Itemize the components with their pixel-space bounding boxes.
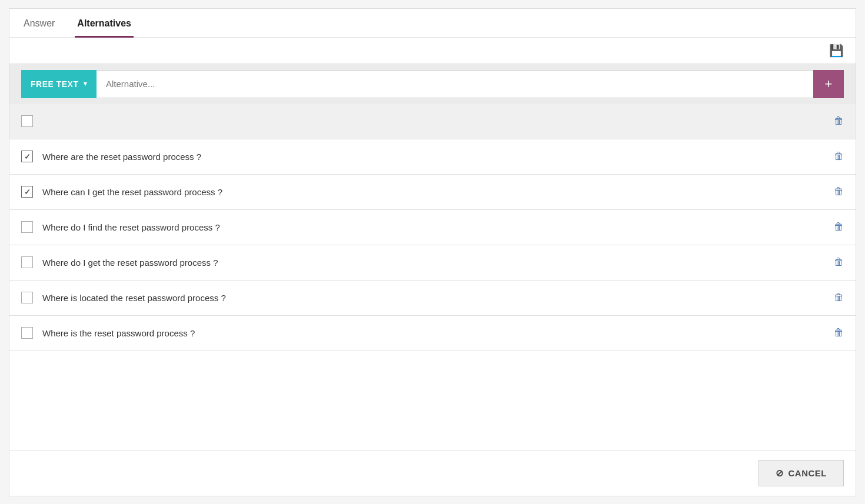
cancel-button[interactable]: ⊘ CANCEL (758, 460, 844, 486)
add-alternative-button[interactable]: + (813, 70, 844, 98)
alternatives-list: 🗑✓Where are the reset password process ?… (9, 104, 856, 450)
list-item: ✓Where can I get the reset password proc… (9, 175, 856, 210)
free-text-button[interactable]: FREE TEXT ▾ (21, 70, 97, 98)
footer: ⊘ CANCEL (9, 450, 856, 496)
tabs-bar: Answer Alternatives (9, 9, 856, 38)
tab-answer[interactable]: Answer (21, 9, 57, 38)
list-item: ✓Where are the reset password process ?🗑 (9, 139, 856, 175)
ban-icon: ⊘ (776, 468, 784, 479)
cancel-label: CANCEL (789, 468, 827, 478)
list-item: Where do I find the reset password proce… (9, 210, 856, 245)
item-text: Where is located the reset password proc… (42, 293, 824, 303)
item-checkbox[interactable] (21, 327, 33, 339)
item-text: Where can I get the reset password proce… (42, 187, 824, 197)
item-checkbox[interactable] (21, 292, 33, 303)
item-text: Where do I find the reset password proce… (42, 222, 824, 232)
free-text-label: FREE TEXT (31, 79, 79, 89)
toolbar-area: 💾 (9, 38, 856, 64)
checkmark-icon: ✓ (24, 152, 31, 161)
item-text: Where are the reset password process ? (42, 152, 824, 162)
item-checkbox[interactable]: ✓ (21, 186, 33, 198)
delete-icon[interactable]: 🗑 (834, 186, 844, 198)
list-item: Where is the reset password process ?🗑 (9, 316, 856, 351)
alternative-input[interactable] (97, 70, 813, 98)
tab-alternatives[interactable]: Alternatives (75, 9, 134, 38)
item-checkbox[interactable] (21, 256, 33, 268)
checkmark-icon: ✓ (24, 188, 31, 196)
add-alternative-row: FREE TEXT ▾ + (9, 64, 856, 104)
list-item: 🗑 (9, 104, 856, 139)
item-text: Where is the reset password process ? (42, 328, 824, 338)
delete-icon[interactable]: 🗑 (834, 256, 844, 268)
delete-icon[interactable]: 🗑 (834, 327, 844, 339)
chevron-down-icon: ▾ (84, 80, 88, 88)
item-checkbox[interactable] (21, 221, 33, 233)
save-icon[interactable]: 💾 (829, 44, 844, 58)
delete-icon[interactable]: 🗑 (834, 151, 844, 162)
list-item: Where do I get the reset password proces… (9, 245, 856, 281)
item-text: Where do I get the reset password proces… (42, 258, 824, 268)
delete-icon[interactable]: 🗑 (834, 115, 844, 127)
delete-icon[interactable]: 🗑 (834, 221, 844, 233)
delete-icon[interactable]: 🗑 (834, 292, 844, 303)
list-item: Where is located the reset password proc… (9, 281, 856, 316)
item-checkbox[interactable] (21, 115, 33, 127)
main-container: Answer Alternatives 💾 FREE TEXT ▾ + 🗑✓Wh… (9, 8, 856, 496)
item-checkbox[interactable]: ✓ (21, 151, 33, 162)
